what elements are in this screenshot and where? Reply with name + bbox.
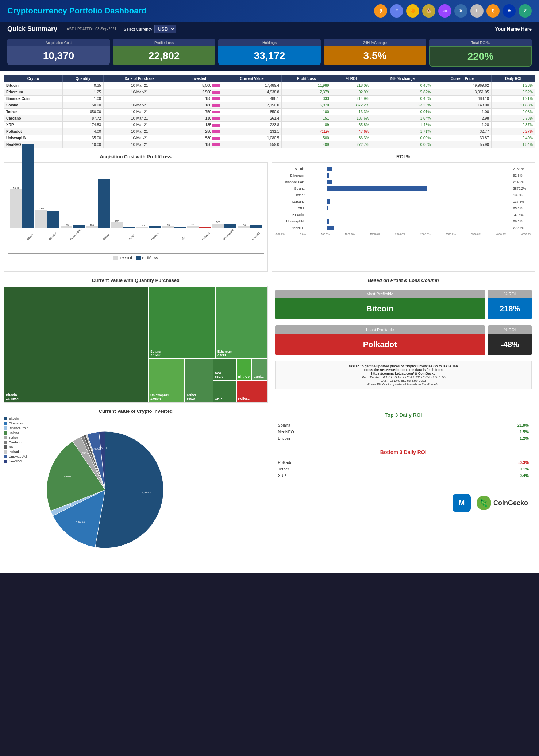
roi-item-label: Tether [276,193,305,197]
neg-bar [347,213,347,217]
gecko-icon: 🦎 [477,496,491,510]
neg-bar [199,227,211,228]
top-roi-title: Top 3 Daily ROI [275,412,532,418]
table-row: Ethereum 1.25 10-Mar-21 2,560 4,938.8 2,… [4,89,535,96]
currency-select[interactable]: USD [154,25,176,33]
pos-bar [327,206,328,210]
pos-bar [327,167,332,171]
bottom-roi-value: 0.4% [423,473,531,478]
pie-legend-label: Cardano [9,441,22,444]
cell-current: 1,080.5 [222,135,281,141]
cell-24h: 0.40% [371,96,433,102]
invest-bar [162,226,174,228]
acq-value: 10,370 [7,46,110,65]
pie-dot [4,460,7,463]
cell-crypto: Solana [4,102,63,109]
invest-bar [86,226,98,228]
profit-loss-panel: Based on Profit & Loss Column Most Profi… [272,278,536,403]
cell-qty: 174.83 [62,122,103,128]
roi-item-label: Cardano [276,200,305,203]
cell-invested: 110 [176,115,222,122]
cell-daily: 0.52% [491,89,535,96]
pie-legend-item: NeoNEO [4,460,28,463]
cell-current: 4,938.8 [222,89,281,96]
pie-legend-label: Bitcoin [9,417,19,420]
cell-qty: 1.25 [62,89,103,96]
cell-invested: 750 [176,109,222,115]
top-roi-name: Bitcoin [276,435,420,441]
pos-bar [327,180,332,184]
pie-dot [4,436,7,439]
cell-24h: 0.40% [371,82,433,89]
profit-bar [174,227,186,228]
roi-item-value: 272.7% [513,226,531,230]
col-price: Current Price [433,75,492,82]
pie-label: 4,938.8 [76,520,85,523]
cell-date [103,96,176,102]
pie-legend-label: Ethereum [9,422,23,425]
table-row: Cardano 87.72 10-Mar-21 110 261.4 151 13… [4,115,535,122]
roi-label: Total ROI% [429,39,532,46]
cell-qty: 50.00 [62,102,103,109]
pie-legend-item: XRP [4,445,28,449]
legend-profit: Profit/Loss [136,256,158,260]
cell-pl: 89 [282,122,331,128]
cell-pl: 6,970 [282,102,331,109]
most-profitable-row: Most Profitable Bitcoin % ROI 218% [275,290,532,319]
cell-24h: 0.00% [371,141,433,148]
pie-legend-item: Ethereum [4,422,28,425]
pie-legend-item: Bitcoin [4,417,28,420]
treemap-section: Current Value with Quantity Purchased Bi… [4,278,268,403]
roi-row: UniswapUNI 86.3% [276,219,532,224]
table-row: UniswapUNI 35.00 10-Mar-21 580 1,080.5 5… [4,135,535,141]
cell-roi: 218.0% [331,82,371,89]
roi-row: NeoNEO 272.7% [276,225,532,230]
cell-invested: 135 [176,122,222,128]
pie-legend: Bitcoin Ethereum Binance Coin Solana Tet… [4,417,28,463]
note-section: NOTE: To get the updated prices of Crypt… [275,361,532,389]
bar-group: 155 Binance Coin [61,224,85,253]
profit-bar [224,224,236,228]
coingecko-logo: 🦎 CoinGecko [477,496,528,510]
app-title: Cryptocurrency Portfolio Dashboard [7,6,146,16]
legend-invested-box [113,256,118,260]
cell-roi: 65.8% [331,122,371,128]
cell-crypto: Bitcoin [4,82,63,89]
pie-legend-item: UniswapUNI [4,455,28,458]
pie-dot [4,455,7,458]
col-crypto: Crypto [4,75,63,82]
crypto-table: Crypto Quantity Date of Purchase Investe… [4,75,535,148]
cell-roi: 214.9% [331,96,371,102]
cell-daily: 1.23% [491,82,535,89]
cell-date: 10-Mar-21 [103,89,176,96]
cell-current: 17,489.4 [222,82,281,89]
roi-row: Tether 13.3% [276,193,532,198]
cell-date: 10-Mar-21 [103,109,176,115]
pie-label: 559.0 [99,446,107,450]
summary-cards: Acquisition Cost 10,370 Profit / Loss 22… [0,36,539,71]
cell-daily: 1.21% [491,96,535,102]
user-name: Your Name Here [495,26,532,32]
pie-dot [4,426,7,430]
invest-bar [111,222,123,228]
roi-row: Ethereum 92.9% [276,173,532,178]
legend-profit-box [136,256,141,260]
binance-header-icon: 🔶 [406,4,419,18]
least-roi-section: % ROI -48% [488,325,532,355]
cell-roi: 92.9% [331,89,371,96]
pos-bar [327,199,330,204]
invest-bar [187,226,199,228]
bar-group: 110 Cardano [136,224,161,253]
least-profitable-label: Least Profitable [275,325,485,334]
top-roi-value: 1.5% [420,429,531,435]
currency-selector[interactable]: Select Currency USD [124,25,176,33]
pos-bar [327,219,329,224]
charts-row-2: Current Value with Quantity Purchased Bi… [4,278,535,403]
invest-bar [35,210,47,228]
cell-date: 10-Mar-21 [103,135,176,141]
profit-bar [47,211,59,228]
pie-legend-item: Tether [4,436,28,439]
roi-item-value: 65.8% [513,206,531,210]
cell-crypto: XRP [4,122,63,128]
cell-24h: 1.71% [371,128,433,135]
